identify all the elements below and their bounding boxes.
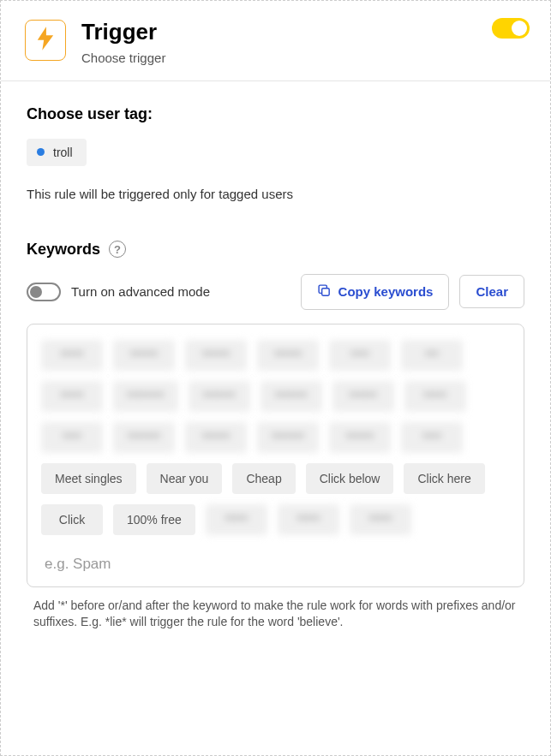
keyword-chip[interactable]: *******	[113, 422, 175, 453]
keyword-chip[interactable]: ********	[113, 381, 178, 412]
advanced-mode-label: Turn on advanced mode	[71, 284, 290, 299]
keyword-chip[interactable]: Cheap	[232, 463, 295, 494]
trigger-icon-box	[25, 20, 66, 61]
keyword-chip[interactable]: *****	[278, 504, 339, 535]
chips-area: ****************************************…	[41, 340, 510, 535]
keyword-chip[interactable]: ******	[329, 422, 391, 453]
keyword-chip[interactable]: *******	[189, 381, 250, 412]
keyword-chip[interactable]: Meet singles	[41, 463, 136, 494]
keyword-chip[interactable]: ****	[329, 340, 391, 371]
trigger-enable-toggle[interactable]	[492, 18, 530, 39]
adv-toggle-knob	[30, 286, 42, 298]
tag-chip[interactable]: troll	[27, 139, 87, 166]
keywords-box: ****************************************…	[27, 324, 524, 587]
keyword-chip[interactable]: Click below	[306, 463, 394, 494]
tag-label: troll	[53, 146, 73, 159]
keyword-chip[interactable]: *****	[41, 381, 103, 412]
keywords-title: Keywords	[27, 241, 100, 259]
keywords-header: Keywords ?	[27, 241, 524, 259]
svg-rect-0	[321, 289, 329, 296]
toggle-knob	[512, 21, 527, 36]
tag-section: Choose user tag: troll This rule will be…	[1, 81, 550, 587]
keyword-chip[interactable]: Near you	[147, 463, 223, 494]
keyword-chip[interactable]: ******	[113, 340, 175, 371]
keyword-chip[interactable]: ****	[401, 422, 463, 453]
keyword-chip[interactable]: *****	[206, 504, 267, 535]
keyword-chip[interactable]: ******	[257, 340, 319, 371]
keyword-chip[interactable]: 100% free	[113, 504, 195, 535]
keyword-chip[interactable]: *****	[41, 340, 103, 371]
copy-label: Copy keywords	[338, 284, 434, 299]
header-subtitle: Choose trigger	[81, 51, 530, 65]
trigger-header: Trigger Choose trigger	[1, 1, 550, 81]
clear-label: Clear	[476, 284, 508, 299]
help-icon[interactable]: ?	[109, 241, 126, 258]
tag-dot	[37, 148, 45, 156]
keyword-chip[interactable]: *****	[404, 381, 466, 412]
choose-tag-label: Choose user tag:	[27, 105, 524, 123]
keyword-chip[interactable]: Click here	[404, 463, 484, 494]
advanced-mode-toggle[interactable]	[27, 283, 61, 301]
header-title: Trigger	[81, 20, 530, 45]
keyword-chip[interactable]: *******	[261, 381, 322, 412]
clear-button[interactable]: Clear	[459, 275, 524, 308]
keyword-chip[interactable]: ******	[185, 340, 247, 371]
keyword-chip[interactable]: ***	[401, 340, 463, 371]
rule-note: This rule will be triggered only for tag…	[27, 187, 524, 201]
keyword-chip[interactable]: Click	[41, 504, 103, 535]
keyword-chip[interactable]: ****	[41, 422, 103, 453]
tags-container: troll	[27, 139, 524, 166]
keyword-chip[interactable]: ******	[185, 422, 247, 453]
header-text: Trigger Choose trigger	[81, 20, 530, 65]
keyword-chip[interactable]: ******	[332, 381, 394, 412]
keywords-controls: Turn on advanced mode Copy keywords Clea…	[27, 274, 524, 310]
keywords-hint: Add '*' before or/and after the keyword …	[1, 587, 550, 631]
lightning-icon	[36, 27, 55, 54]
copy-keywords-button[interactable]: Copy keywords	[301, 274, 450, 310]
keyword-input[interactable]	[41, 547, 510, 576]
copy-icon	[317, 283, 332, 301]
keyword-chip[interactable]: *****	[350, 504, 411, 535]
keyword-chip[interactable]: *******	[257, 422, 319, 453]
